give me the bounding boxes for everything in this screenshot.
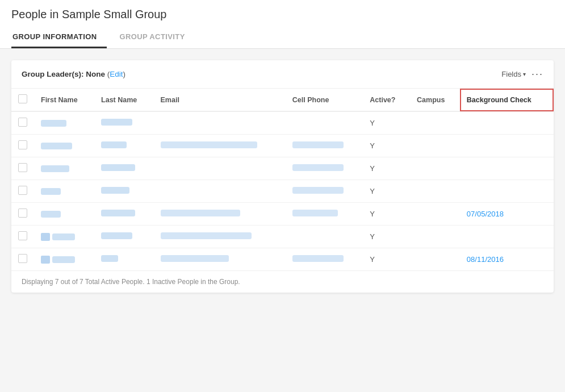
header-first-name: First Name (34, 89, 94, 111)
photo-icon (41, 233, 50, 241)
cell-email (154, 248, 286, 271)
email-value (161, 232, 252, 239)
cell-active: Y (363, 248, 410, 271)
header-campus: Campus (410, 89, 460, 111)
email-value (161, 255, 229, 262)
row-checkbox[interactable] (18, 186, 27, 195)
row-checkbox[interactable] (18, 118, 27, 127)
cell-first-name (34, 111, 94, 135)
cell-phone (286, 180, 363, 203)
tab-group-information[interactable]: GROUP INFORMATION (11, 27, 107, 48)
header-last-name: Last Name (94, 89, 153, 111)
header-background-check: Background Check (460, 89, 554, 111)
row-checkbox[interactable] (18, 254, 27, 263)
cell-first-name (34, 226, 94, 248)
edit-link[interactable]: Edit (110, 70, 123, 78)
cell-last-name (94, 135, 153, 157)
cell-first-name (34, 180, 94, 203)
row-checkbox[interactable] (18, 231, 27, 240)
fields-button[interactable]: Fields ▾ (501, 70, 526, 78)
cell-last-name (94, 226, 153, 248)
cell-last-name (94, 180, 153, 203)
people-table: First Name Last Name Email Cell Phone Ac… (11, 89, 554, 270)
cell-first-name (34, 157, 94, 180)
table-row: Y07/05/2018 (11, 203, 554, 226)
page-header: People in Sample Small Group GROUP INFOR… (0, 0, 565, 49)
cell-background-check (460, 135, 554, 157)
row-checkbox[interactable] (18, 163, 27, 172)
row-checkbox[interactable] (18, 208, 27, 218)
background-check-date[interactable]: 07/05/2018 (467, 210, 504, 218)
table-row: Y (11, 157, 554, 180)
last-name-value (101, 164, 135, 171)
table-row: Y (11, 135, 554, 157)
cell-campus (410, 180, 460, 203)
cell-background-check (460, 226, 554, 248)
people-card: Group Leader(s): None (Edit) Fields ▾ ··… (11, 60, 554, 293)
cell-phone (286, 248, 363, 271)
cell-background-check: 08/11/2016 (460, 248, 554, 271)
card-actions: Fields ▾ ··· (501, 68, 543, 80)
background-check-date[interactable]: 08/11/2016 (467, 255, 504, 264)
cell-background-check: 07/05/2018 (460, 203, 554, 226)
cell-active: Y (363, 111, 410, 135)
phone-value (292, 210, 338, 216)
cell-phone (286, 226, 363, 248)
cell-last-name (94, 157, 153, 180)
cell-campus (410, 248, 460, 271)
cell-email (154, 135, 286, 157)
tab-group-activity[interactable]: GROUP ACTIVITY (118, 27, 195, 48)
group-leader-value: None (84, 70, 107, 78)
first-name-value (41, 120, 66, 127)
email-value (161, 210, 240, 216)
cell-active: Y (363, 157, 410, 180)
group-leader-info: Group Leader(s): None (Edit) (22, 70, 125, 78)
card-header: Group Leader(s): None (Edit) Fields ▾ ··… (11, 60, 554, 89)
cell-active: Y (363, 203, 410, 226)
main-content: Group Leader(s): None (Edit) Fields ▾ ··… (0, 49, 565, 304)
cell-first-name (34, 135, 94, 157)
cell-background-check (460, 180, 554, 203)
email-value (161, 141, 257, 148)
cell-email (154, 111, 286, 135)
cell-active: Y (363, 180, 410, 203)
cell-email (154, 203, 286, 226)
phone-value (292, 141, 344, 148)
phone-value (292, 164, 344, 171)
cell-phone (286, 157, 363, 180)
first-name-value (52, 233, 75, 240)
cell-campus (410, 226, 460, 248)
cell-phone (286, 203, 363, 226)
cell-last-name (94, 248, 153, 271)
table-wrapper: First Name Last Name Email Cell Phone Ac… (11, 89, 554, 270)
first-name-value (41, 188, 61, 195)
cell-background-check (460, 111, 554, 135)
group-leader-prefix: Group Leader(s): (22, 70, 84, 78)
select-all-checkbox[interactable] (18, 94, 27, 103)
footer-text: Displaying 7 out of 7 Total Active Peopl… (22, 278, 240, 286)
cell-campus (410, 111, 460, 135)
page-title: People in Sample Small Group (11, 8, 554, 21)
cell-first-name (34, 203, 94, 226)
last-name-value (101, 141, 127, 148)
phone-value (292, 255, 344, 262)
cell-background-check (460, 157, 554, 180)
more-options-button[interactable]: ··· (531, 68, 543, 80)
header-active: Active? (363, 89, 410, 111)
table-row: Y (11, 226, 554, 248)
chevron-down-icon: ▾ (523, 71, 526, 77)
cell-last-name (94, 111, 153, 135)
first-name-value (52, 256, 75, 263)
row-checkbox[interactable] (18, 140, 27, 149)
cell-email (154, 226, 286, 248)
table-row: Y (11, 111, 554, 135)
last-name-value (101, 119, 132, 126)
cell-first-name (34, 248, 94, 271)
photo-icon (41, 256, 50, 264)
cell-active: Y (363, 135, 410, 157)
cell-campus (410, 157, 460, 180)
fields-label: Fields (501, 70, 521, 78)
cell-last-name (94, 203, 153, 226)
header-cell-phone: Cell Phone (286, 89, 363, 111)
table-row: Y08/11/2016 (11, 248, 554, 271)
